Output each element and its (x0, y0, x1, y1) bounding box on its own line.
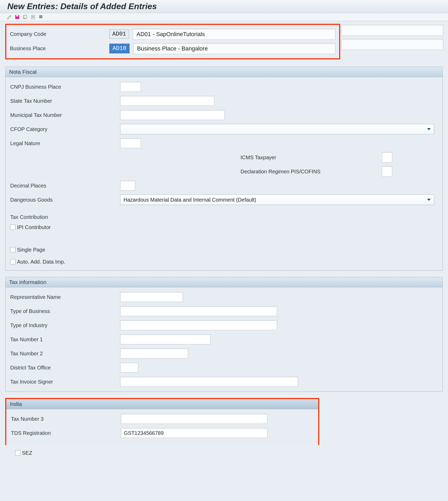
tax3-label: Tax Number 3 (11, 416, 121, 422)
group-india: India Tax Number 3 TDS Registration (5, 398, 319, 445)
svg-rect-3 (24, 15, 27, 18)
state-tax-label: State Tax Number (10, 98, 120, 104)
tax-contrib-subheader: Tax Contribution (10, 214, 438, 220)
toolbar-save-icon[interactable] (14, 14, 20, 20)
district-label: District Tax Office (10, 365, 120, 371)
icms-label: ICMS Taxpayer (240, 155, 382, 161)
ipi-label: IPI Contributor (17, 224, 51, 230)
content-area: Company Code AD01 AD01 - SapOnlineTutori… (0, 21, 448, 462)
group-india-title: India (6, 399, 318, 409)
single-page-checkbox[interactable] (10, 247, 15, 252)
type-industry-input[interactable] (120, 320, 277, 330)
state-tax-input[interactable] (120, 96, 214, 106)
tax2-label: Tax Number 2 (10, 351, 120, 357)
legal-nature-input[interactable] (120, 138, 141, 148)
group-tax-info: Tax information Representative Name Type… (5, 277, 443, 392)
tax2-input[interactable] (120, 349, 188, 358)
signer-label: Tax Invoice Signer (10, 379, 120, 385)
rep-name-input[interactable] (120, 292, 183, 302)
tds-label: TDS Registration (11, 430, 121, 436)
single-page-label: Single Page (17, 247, 45, 253)
company-code-value[interactable]: AD01 (109, 30, 129, 39)
type-industry-label: Type of Industry (10, 322, 120, 328)
dangerous-goods-value: Hazardous Material Data and Internal Com… (124, 197, 256, 203)
svg-rect-1 (16, 15, 18, 16)
signer-input[interactable] (120, 377, 298, 387)
legal-nature-label: Legal Nature (10, 140, 120, 146)
header-highlight-box: Company Code AD01 AD01 - SapOnlineTutori… (5, 24, 340, 59)
icms-input[interactable] (382, 152, 392, 163)
decimal-places-input[interactable] (120, 181, 135, 191)
toolbar-list-icon[interactable] (38, 14, 44, 20)
cnpj-input[interactable] (120, 82, 141, 92)
group-tax-title: Tax information (5, 277, 443, 287)
business-place-desc[interactable]: Business Place - Bangalore (133, 43, 335, 54)
header-extra-inputs (341, 25, 443, 53)
chevron-down-icon (427, 199, 431, 201)
tax3-input[interactable] (121, 414, 267, 424)
type-business-label: Type of Business (10, 308, 120, 314)
rep-name-label: Representative Name (10, 294, 120, 300)
group-nota-title: Nota Fiscal (5, 67, 443, 77)
business-place-value[interactable]: AD10 (109, 44, 130, 53)
dangerous-goods-label: Dangerous Goods (10, 197, 120, 203)
page-title: New Entries: Details of Added Entries (7, 2, 441, 11)
ipi-checkbox[interactable] (10, 225, 15, 230)
company-code-row: Company Code AD01 AD01 - SapOnlineTutori… (10, 27, 335, 41)
declaration-input[interactable] (382, 166, 392, 177)
toolbar-export-icon[interactable] (30, 14, 36, 20)
tax1-label: Tax Number 1 (10, 337, 120, 343)
chevron-down-icon (427, 128, 431, 130)
cnpj-label: CNPJ Business Place (10, 84, 120, 90)
group-nota-fiscal: Nota Fiscal CNPJ Business Place State Ta… (5, 67, 443, 271)
type-business-input[interactable] (120, 306, 277, 316)
cfop-label: CFOP Category (10, 126, 120, 132)
title-bar: New Entries: Details of Added Entries (0, 0, 448, 13)
dangerous-goods-select[interactable]: Hazardous Material Data and Internal Com… (120, 195, 434, 205)
toolbar (0, 13, 448, 21)
toolbar-copy-icon[interactable] (22, 14, 28, 20)
sez-label: SEZ (22, 450, 32, 456)
cfop-select[interactable] (120, 124, 434, 134)
auto-add-checkbox[interactable] (10, 259, 15, 264)
district-input[interactable] (120, 363, 138, 373)
auto-add-label: Auto. Add. Data Imp. (17, 259, 65, 265)
business-place-row: Business Place AD10 Business Place - Ban… (10, 41, 335, 56)
company-code-extra-input[interactable] (341, 25, 443, 36)
tax1-input[interactable] (120, 334, 210, 344)
decimal-places-label: Decimal Places (10, 183, 120, 189)
sez-checkbox[interactable] (15, 450, 20, 456)
declaration-label: Declaration Regimen PIS/COFINS (240, 169, 382, 175)
business-place-label: Business Place (10, 45, 109, 52)
business-place-extra-input[interactable] (341, 39, 443, 50)
tds-input[interactable] (121, 428, 267, 438)
company-code-label: Company Code (10, 31, 109, 37)
company-code-desc[interactable]: AD01 - SapOnlineTutorials (133, 29, 335, 40)
municipal-tax-label: Municipal Tax Number (10, 112, 120, 118)
municipal-tax-input[interactable] (120, 110, 225, 120)
toolbar-edit-icon[interactable] (6, 14, 13, 20)
